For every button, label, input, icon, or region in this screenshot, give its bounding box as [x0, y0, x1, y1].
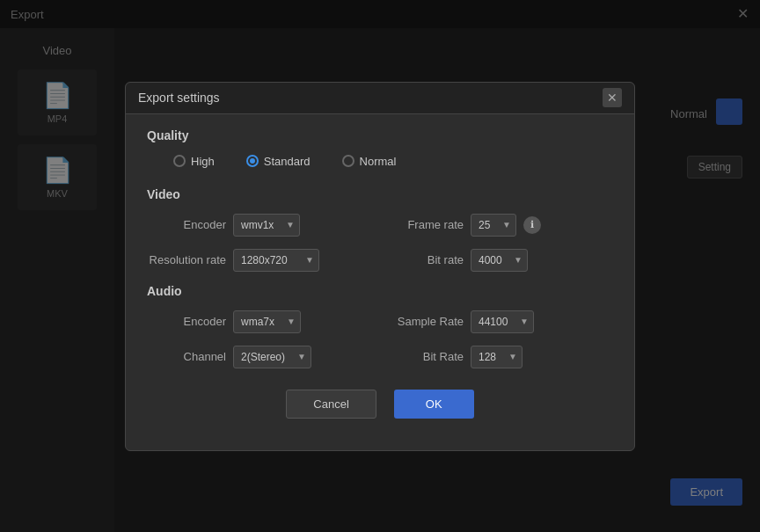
quality-standard-radio-inner — [250, 158, 255, 164]
quality-normal-radio[interactable] — [342, 155, 354, 167]
bit-rate-select[interactable]: 4000 2000 6000 8000 — [471, 249, 528, 272]
dialog-close-button[interactable]: ✕ — [603, 88, 622, 107]
audio-bit-rate-select[interactable]: 128 64 192 256 — [471, 346, 522, 368]
audio-section-title: Audio — [147, 284, 613, 298]
quality-options-row: High Standard Normal — [147, 155, 613, 168]
audio-encoder-label: Encoder — [147, 315, 226, 328]
quality-standard-label: Standard — [264, 155, 311, 168]
frame-rate-label: Frame rate — [384, 218, 464, 231]
audio-bit-rate-label: Bit Rate — [384, 350, 464, 363]
quality-high-label: High — [191, 155, 215, 168]
frame-rate-info-icon[interactable]: ℹ — [523, 216, 541, 234]
sample-rate-label: Sample Rate — [384, 315, 464, 328]
bit-rate-field: Bit rate 4000 2000 6000 8000 ▼ — [384, 249, 613, 272]
resolution-label: Resolution rate — [147, 253, 226, 266]
ok-button[interactable]: OK — [394, 390, 474, 419]
quality-section-title: Quality — [147, 128, 613, 142]
audio-encoder-field: Encoder wma7x aac mp3 ▼ — [147, 310, 376, 333]
encoder-field: Encoder wmv1x wmv2 wmv3 ▼ — [147, 214, 376, 237]
frame-rate-select[interactable]: 25 30 24 60 — [471, 214, 516, 237]
sample-rate-select[interactable]: 44100 22050 48000 — [471, 310, 534, 333]
audio-fields-grid: Encoder wma7x aac mp3 ▼ Sample Rate 4410… — [147, 310, 613, 368]
frame-rate-field: Frame rate 25 30 24 60 ▼ ℹ — [384, 214, 613, 237]
dialog-buttons-row: Cancel OK — [147, 390, 613, 419]
quality-high-option[interactable]: High — [173, 155, 215, 168]
quality-normal-label: Normal — [360, 155, 397, 168]
dialog-body: Quality High Standard Normal Video — [126, 114, 634, 433]
dialog-titlebar: Export settings ✕ — [126, 83, 634, 114]
audio-encoder-select-wrapper: wma7x aac mp3 ▼ — [233, 310, 301, 333]
resolution-select[interactable]: 1280x720 1920x1080 640x480 — [233, 249, 319, 272]
quality-high-radio[interactable] — [173, 155, 186, 167]
video-fields-grid: Encoder wmv1x wmv2 wmv3 ▼ Frame rate 25 — [147, 214, 613, 272]
channel-field: Channel 2(Stereo) 1(Mono) ▼ — [147, 346, 376, 368]
resolution-select-wrapper: 1280x720 1920x1080 640x480 ▼ — [233, 249, 319, 272]
encoder-label: Encoder — [147, 218, 226, 231]
channel-select[interactable]: 2(Stereo) 1(Mono) — [233, 346, 311, 368]
frame-rate-select-wrapper: 25 30 24 60 ▼ — [471, 214, 516, 237]
audio-bit-rate-field: Bit Rate 128 64 192 256 ▼ — [384, 346, 613, 368]
encoder-select[interactable]: wmv1x wmv2 wmv3 — [233, 214, 300, 237]
audio-encoder-select[interactable]: wma7x aac mp3 — [233, 310, 301, 333]
quality-standard-option[interactable]: Standard — [246, 155, 311, 168]
quality-standard-radio[interactable] — [246, 155, 259, 167]
sample-rate-field: Sample Rate 44100 22050 48000 ▼ — [384, 310, 613, 333]
export-settings-dialog: Export settings ✕ Quality High Standard … — [125, 82, 635, 451]
bit-rate-select-wrapper: 4000 2000 6000 8000 ▼ — [471, 249, 528, 272]
dialog-title: Export settings — [138, 91, 220, 105]
channel-label: Channel — [147, 350, 226, 363]
audio-bit-rate-select-wrapper: 128 64 192 256 ▼ — [471, 346, 522, 368]
encoder-select-wrapper: wmv1x wmv2 wmv3 ▼ — [233, 214, 300, 237]
cancel-button[interactable]: Cancel — [286, 390, 376, 419]
bit-rate-label: Bit rate — [384, 253, 464, 266]
resolution-field: Resolution rate 1280x720 1920x1080 640x4… — [147, 249, 376, 272]
channel-select-wrapper: 2(Stereo) 1(Mono) ▼ — [233, 346, 311, 368]
sample-rate-select-wrapper: 44100 22050 48000 ▼ — [471, 310, 534, 333]
quality-normal-option[interactable]: Normal — [342, 155, 397, 168]
video-section-title: Video — [147, 187, 613, 201]
